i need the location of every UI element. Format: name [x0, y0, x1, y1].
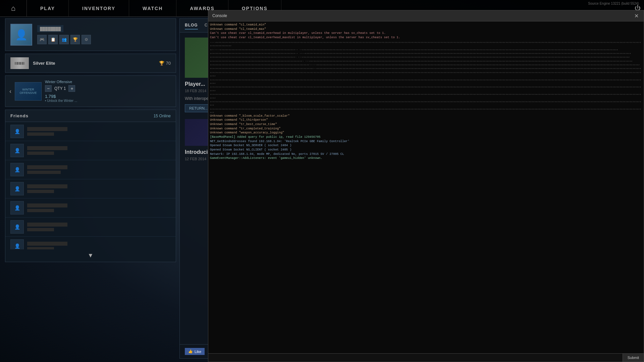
- friend-name: [27, 223, 67, 227]
- console-line: Unknown command "cl_thirdperson": [210, 118, 642, 122]
- console-line: Unknown command "cl_teamid_max": [210, 27, 642, 32]
- profile-icon-settings[interactable]: ⚙: [82, 35, 91, 44]
- friend-name: [27, 146, 67, 150]
- friend-avatar: 👤: [10, 220, 24, 234]
- friend-name: [27, 242, 67, 246]
- friends-section: Friends 15 Online 👤 👤 👤: [5, 110, 176, 262]
- friend-info: [27, 127, 171, 136]
- rank-trophy: 🏆 70: [159, 61, 171, 66]
- list-item[interactable]: 👤: [5, 218, 176, 237]
- friend-status: [27, 152, 54, 155]
- like-button[interactable]: 👍 Like: [185, 348, 205, 355]
- home-icon: ⌂: [11, 4, 15, 13]
- friend-status: [27, 209, 54, 212]
- friend-status: [27, 190, 54, 193]
- left-panel: 👤 ████████ 🎮 📋 👥 🏆 ⚙ Silver Elite 🏆 70: [5, 18, 176, 359]
- console-close-button[interactable]: ✕: [633, 12, 640, 19]
- list-item[interactable]: 👤: [5, 198, 176, 218]
- console-line: ,,,,,,,,,,,,,,,,,,,,,,,,,,,,,,,,,,,,,,,,…: [210, 70, 642, 77]
- nav-watch[interactable]: WATCH: [129, 0, 176, 16]
- console-window: Console ✕ Unknown command "cl_teamid_min…: [208, 10, 644, 362]
- friend-avatar: 👤: [10, 182, 24, 195]
- profile-icon-list[interactable]: 📋: [48, 35, 58, 44]
- profile-icon-game[interactable]: 🎮: [37, 35, 47, 44]
- list-item[interactable]: 👤: [5, 160, 176, 179]
- rank-points: 70: [166, 61, 171, 66]
- console-line: ,,,,,,,,,,,,,,,,,,,,,,,,,,,,,,,,,,,,,,,,…: [210, 92, 642, 99]
- console-input-row: Submit: [208, 353, 644, 362]
- rank-icon: [10, 57, 29, 69]
- friend-status: [27, 247, 54, 249]
- rank-card: Silver Elite 🏆 70: [5, 54, 176, 73]
- console-line: Opened Steam Socket NS_CLIENT ( socket 2…: [210, 148, 642, 152]
- console-line: NET_GetBindAddresses found 192.168.1.94:…: [210, 140, 642, 144]
- console-line: ,,,,,,,,,,,,,,,,,,,,,,,,,,,,,,,,,,,,,,,,…: [210, 63, 642, 66]
- console-line: ,,,,,,,,,,,,,,,,,,,,,,,,,,,,,,,,,,,,,,,,…: [210, 51, 642, 55]
- console-line: ,,,,,,,,,,,,,,,,,,,,,,,,,,,,,,,,,,,,,,,,…: [210, 55, 642, 58]
- winter-card: ‹ WINTEROFFENSIVE Winter Offensive − QTY…: [5, 75, 176, 107]
- friend-avatar: 👤: [10, 144, 24, 157]
- winter-price: 1.79$: [45, 94, 172, 99]
- friend-avatar: 👤: [10, 239, 24, 249]
- console-line: ,,,,,,,,,,,,,,,,,,,,,,,,,,,,,,,,,,,,,,,,…: [210, 85, 642, 92]
- winter-prev[interactable]: ‹: [9, 88, 11, 95]
- console-line: ,,,,,,,,,,,,,,,,,,,,,,,,,,,,,,,,,,,,,,,,…: [210, 59, 642, 62]
- friend-status: [27, 132, 54, 136]
- list-item[interactable]: 👤: [5, 179, 176, 198]
- console-line: Opened Steam Socket NS_SERVER ( socket 2…: [210, 144, 642, 148]
- tab-blog[interactable]: BLOG: [185, 21, 198, 29]
- profile-icon-trophy[interactable]: 🏆: [70, 35, 80, 44]
- friend-name: [27, 127, 67, 131]
- winter-unlock: • Unlock the Winter ...: [45, 99, 172, 103]
- nav-play[interactable]: PLAY: [27, 0, 69, 16]
- qty-plus[interactable]: +: [68, 85, 75, 92]
- console-line: ,,.....,,,,,,,,,,,,,,,,,,,,,,,,,,,,,,,,,…: [210, 48, 642, 51]
- friends-online-count: 15 Online: [154, 114, 171, 118]
- winter-title: Winter Offensive: [45, 80, 172, 84]
- winter-image: WINTEROFFENSIVE: [15, 82, 42, 101]
- console-line: [BaseModPanel] Added query for public ip…: [210, 135, 642, 139]
- console-header: Console ✕: [208, 10, 644, 21]
- friends-list: 👤 👤 👤 👤: [5, 122, 176, 249]
- list-item[interactable]: 👤: [5, 141, 176, 160]
- console-line: Unknown command "tr_best_course_time": [210, 123, 642, 127]
- profile-icons: 🎮 📋 👥 🏆 ⚙: [37, 35, 171, 44]
- console-line: ,,,,,,,,,,,,,,,,,,,,,,,,,,,,,,,,,,,,,,,,…: [210, 107, 642, 114]
- friend-info: [27, 203, 171, 212]
- profile-icon-group[interactable]: 👥: [59, 35, 69, 44]
- list-item[interactable]: 👤: [5, 122, 176, 141]
- console-submit-button[interactable]: Submit: [623, 354, 644, 362]
- list-item[interactable]: 👤: [5, 237, 176, 249]
- nav-inventory[interactable]: INVENTORY: [69, 0, 129, 16]
- console-line: Network: IP 192.168.1.94, mode MP, dedic…: [210, 153, 642, 157]
- console-title: Console: [212, 13, 227, 18]
- profile-info: ████████ 🎮 📋 👥 🏆 ⚙: [37, 25, 171, 44]
- friend-avatar: 👤: [10, 201, 24, 215]
- source-engine-info: Source Engine 13221 (build 5524): [588, 2, 639, 5]
- avatar: 👤: [10, 24, 32, 46]
- friend-name: [27, 165, 67, 169]
- qty-minus[interactable]: −: [45, 85, 52, 92]
- console-line: ,,,,,,,,,,,,,,,,,,,,,,,,,,,,,,,,,,,,,,,,…: [210, 100, 642, 107]
- friend-info: [27, 223, 171, 231]
- console-line: Unknown command "cl_teamid_min": [210, 23, 642, 27]
- friends-header: Friends 15 Online: [5, 110, 176, 122]
- friend-name: [27, 203, 67, 207]
- console-line: ....,,,,,,,,,,,,,,,,,,,,,,,,,,,,,,,,,,,,…: [210, 40, 642, 47]
- console-line: Unknown command "_bloom_scale_factor_sca…: [210, 114, 642, 118]
- friend-avatar: 👤: [10, 125, 24, 138]
- friends-more-button[interactable]: ▼: [5, 249, 176, 262]
- winter-qty: − QTY 1 +: [45, 85, 172, 92]
- console-line: Unknown command "weapon_accuracy_logging…: [210, 131, 642, 135]
- console-line: Can't use cheat cvar cl_teamid_overhead …: [210, 32, 642, 36]
- friends-title: Friends: [10, 113, 29, 118]
- console-line: Can't use cheat cvar cl_teamid_overhead_…: [210, 36, 642, 40]
- friend-name: [27, 184, 67, 188]
- avatar-image: 👤: [11, 24, 32, 45]
- friend-status: [27, 228, 54, 231]
- console-input[interactable]: [208, 354, 623, 362]
- friend-avatar: 👤: [10, 163, 24, 176]
- friend-info: [27, 184, 171, 193]
- home-button[interactable]: ⌂: [0, 0, 27, 16]
- console-body: Unknown command "cl_teamid_min"Unknown c…: [208, 21, 644, 353]
